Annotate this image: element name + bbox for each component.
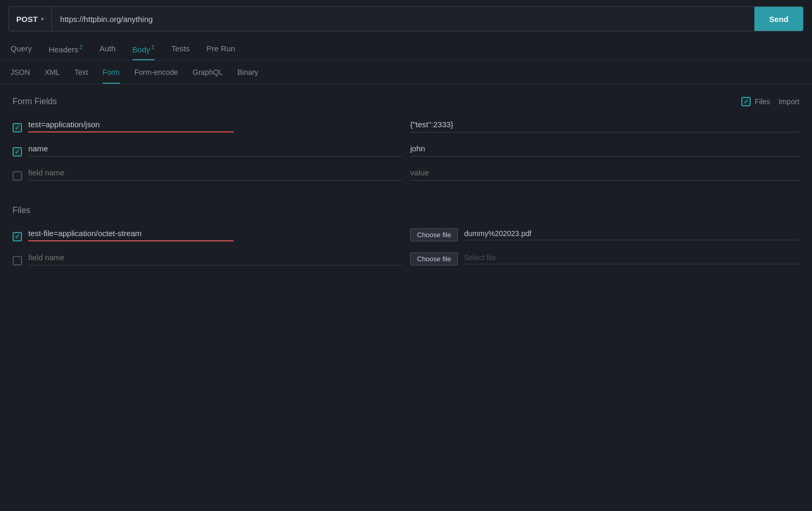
tab-auth[interactable]: Auth xyxy=(100,38,116,60)
tab-body[interactable]: Body1 xyxy=(133,38,155,60)
tab-prerun[interactable]: Pre Run xyxy=(206,38,235,60)
form-fields-title: Form Fields xyxy=(13,97,57,106)
url-input[interactable] xyxy=(52,7,754,31)
file-row-1-checkbox[interactable] xyxy=(13,232,22,241)
form-row-2-checkbox[interactable] xyxy=(13,147,22,157)
file-row-1-choose-btn[interactable]: Choose file xyxy=(410,228,458,241)
body-tab-binary[interactable]: Binary xyxy=(237,68,258,84)
form-row-2-value-wrapper xyxy=(410,141,799,157)
file-row-1-right: Choose file dummy%202023.pdf xyxy=(410,228,799,241)
body-tabs: JSON XML Text Form Form-encode GraphQL B… xyxy=(0,61,812,84)
form-row-2 xyxy=(13,141,799,157)
file-row-1-file-value: dummy%202023.pdf xyxy=(464,229,799,240)
files-section: Files Choose file dummy%202023.pdf xyxy=(13,206,799,265)
form-row-1-checkbox[interactable] xyxy=(13,123,22,132)
file-row-1-field-input[interactable] xyxy=(28,226,402,241)
file-row-1: Choose file dummy%202023.pdf xyxy=(13,226,799,241)
section-actions: Files Import xyxy=(741,97,799,106)
form-row-2-field-wrapper xyxy=(28,141,402,157)
file-row-2-field-input[interactable] xyxy=(28,250,402,265)
form-row-3-field-input[interactable] xyxy=(28,165,402,181)
tab-query[interactable]: Query xyxy=(10,38,32,60)
form-row-2-value-input[interactable] xyxy=(410,141,799,157)
headers-badge: 2 xyxy=(80,44,83,50)
form-row-1-field-input[interactable] xyxy=(28,117,402,132)
body-tab-form[interactable]: Form xyxy=(103,68,120,84)
tab-headers[interactable]: Headers2 xyxy=(49,38,83,60)
body-tab-graphql[interactable]: GraphQL xyxy=(193,68,223,84)
form-row-1-value-wrapper xyxy=(410,117,799,132)
files-checkbox[interactable] xyxy=(741,97,751,106)
form-row-1-left xyxy=(13,117,402,132)
import-link[interactable]: Import xyxy=(778,97,799,106)
file-row-2-right: Choose file Select file xyxy=(410,252,799,265)
files-checkbox-wrapper[interactable]: Files xyxy=(741,97,771,106)
files-section-title: Files xyxy=(13,206,799,215)
file-row-2: Choose file Select file xyxy=(13,250,799,265)
file-row-2-file-value: Select file xyxy=(464,253,799,264)
form-fields-header: Form Fields Files Import xyxy=(13,97,799,106)
form-row-1 xyxy=(13,117,799,132)
content-area: Form Fields Files Import xyxy=(0,97,812,265)
form-row-1-field-wrapper xyxy=(28,117,402,132)
form-row-3-checkbox[interactable] xyxy=(13,171,22,181)
files-checkbox-label: Files xyxy=(755,97,771,106)
url-bar: POST ▾ Send xyxy=(8,6,804,31)
tab-tests[interactable]: Tests xyxy=(171,38,190,60)
method-label: POST xyxy=(16,15,38,24)
chevron-down-icon: ▾ xyxy=(41,16,44,23)
body-tab-json[interactable]: JSON xyxy=(10,68,30,84)
form-row-1-value-input[interactable] xyxy=(410,117,799,132)
file-row-1-left xyxy=(13,226,402,241)
form-row-3 xyxy=(13,165,799,181)
body-tab-xml[interactable]: XML xyxy=(45,68,60,84)
form-row-2-field-input[interactable] xyxy=(28,141,402,157)
file-row-2-field-wrapper xyxy=(28,250,402,265)
body-badge: 1 xyxy=(151,44,155,50)
file-row-1-error-underline xyxy=(28,240,234,241)
file-row-2-checkbox[interactable] xyxy=(13,256,22,265)
form-row-1-error-underline xyxy=(28,131,234,132)
send-button[interactable]: Send xyxy=(754,7,803,31)
method-selector[interactable]: POST ▾ xyxy=(9,7,52,31)
main-tabs: Query Headers2 Auth Body1 Tests Pre Run xyxy=(0,38,812,61)
file-row-1-field-wrapper xyxy=(28,226,402,241)
body-tab-form-encode[interactable]: Form-encode xyxy=(135,68,178,84)
form-row-3-field-wrapper xyxy=(28,165,402,181)
file-row-2-left xyxy=(13,250,402,265)
form-row-3-value-input[interactable] xyxy=(410,165,799,181)
form-row-3-left xyxy=(13,165,402,181)
body-tab-text[interactable]: Text xyxy=(74,68,88,84)
file-row-2-choose-btn[interactable]: Choose file xyxy=(410,252,458,265)
form-row-2-left xyxy=(13,141,402,157)
form-row-3-value-wrapper xyxy=(410,165,799,181)
